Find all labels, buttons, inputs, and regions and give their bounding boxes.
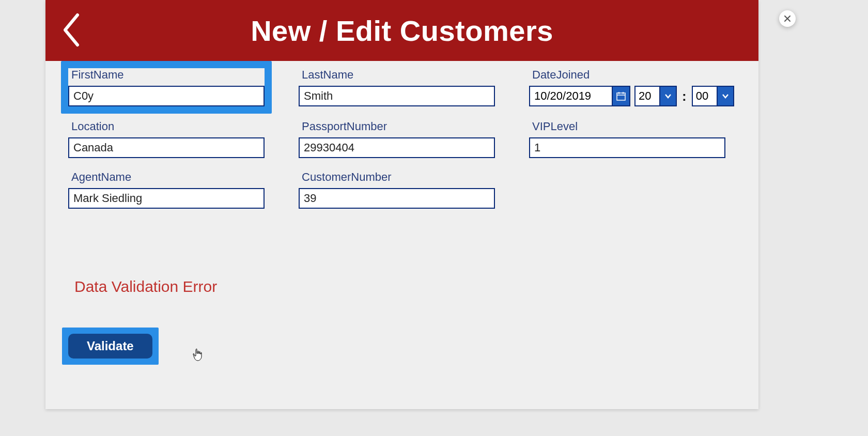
back-button[interactable] xyxy=(56,9,87,51)
minute-dropdown-button[interactable] xyxy=(717,86,734,106)
passport-number-label: PassportNumber xyxy=(299,120,495,133)
vip-level-label: VIPLevel xyxy=(529,120,725,133)
header-bar: New / Edit Customers xyxy=(45,0,758,61)
last-name-input[interactable] xyxy=(299,86,495,106)
highlight-validate: Validate xyxy=(62,328,159,365)
close-icon xyxy=(784,15,791,22)
chevron-down-icon xyxy=(721,92,730,100)
time-separator: : xyxy=(681,88,688,104)
highlight-first-name: FirstName xyxy=(61,61,272,114)
form-panel: New / Edit Customers FirstName LastName xyxy=(45,0,758,409)
first-name-label: FirstName xyxy=(68,68,265,82)
first-name-input[interactable] xyxy=(68,86,265,106)
chevron-down-icon xyxy=(664,92,672,100)
date-joined-hour-input[interactable] xyxy=(634,86,659,106)
date-joined-date-input[interactable] xyxy=(529,86,612,106)
date-joined-minute-input[interactable] xyxy=(692,86,717,106)
location-label: Location xyxy=(68,120,265,133)
calendar-button[interactable] xyxy=(612,86,630,106)
vip-level-input[interactable] xyxy=(529,137,725,158)
validate-button[interactable]: Validate xyxy=(68,334,152,359)
field-location: Location xyxy=(68,120,265,158)
field-vip-level: VIPLevel xyxy=(529,120,725,158)
date-joined-label: DateJoined xyxy=(529,68,734,82)
calendar-icon xyxy=(616,91,626,101)
validation-error-message: Data Validation Error xyxy=(74,278,217,295)
field-customer-number: CustomerNumber xyxy=(299,170,495,209)
cursor-hand-icon xyxy=(192,348,204,364)
field-first-name: FirstName xyxy=(61,61,272,114)
hour-dropdown-button[interactable] xyxy=(659,86,677,106)
page-title: New / Edit Customers xyxy=(251,14,553,48)
app-stage: New / Edit Customers FirstName LastName xyxy=(0,0,868,436)
field-agent-name: AgentName xyxy=(68,170,265,209)
field-passport-number: PassportNumber xyxy=(299,120,495,158)
field-last-name: LastName xyxy=(299,68,495,106)
agent-name-input[interactable] xyxy=(68,188,265,209)
location-input[interactable] xyxy=(68,137,265,158)
form-area: FirstName LastName DateJoined xyxy=(45,61,758,75)
customer-number-label: CustomerNumber xyxy=(299,170,495,184)
close-button[interactable] xyxy=(779,10,796,27)
chevron-left-icon xyxy=(61,12,82,48)
last-name-label: LastName xyxy=(299,68,495,82)
svg-rect-0 xyxy=(617,93,625,100)
field-date-joined: DateJoined xyxy=(529,68,734,106)
customer-number-input[interactable] xyxy=(299,188,495,209)
agent-name-label: AgentName xyxy=(68,170,265,184)
passport-number-input[interactable] xyxy=(299,137,495,158)
